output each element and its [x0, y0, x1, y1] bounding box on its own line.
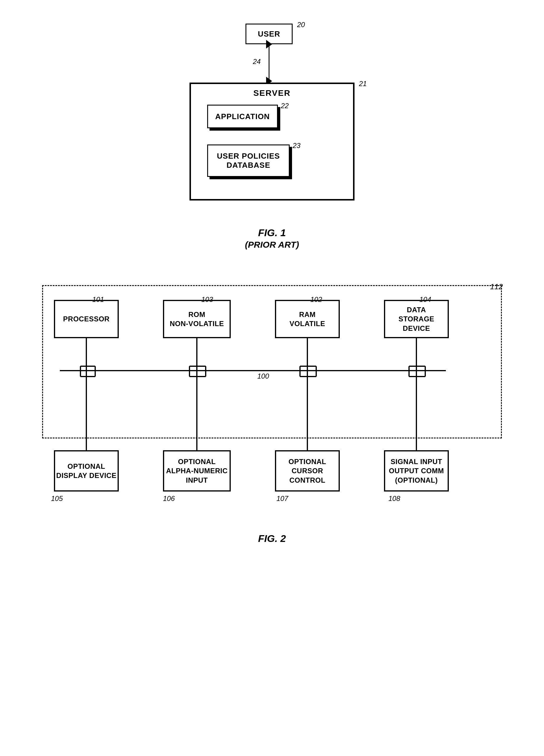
ref-21: 21 — [359, 80, 367, 88]
data-storage-box: DATA STORAGE DEVICE — [384, 300, 449, 338]
ref-102: 102 — [310, 295, 322, 304]
processor-label: PROCESSOR — [63, 314, 110, 323]
ram-box: RAM VOLATILE — [275, 300, 340, 338]
application-label: APPLICATION — [215, 112, 270, 121]
cursor-box: OPTIONAL CURSOR CONTROL — [275, 450, 340, 492]
rom-label: ROM NON-VOLATILE — [170, 310, 224, 328]
ref-103: 103 — [201, 295, 213, 304]
server-label: SERVER — [190, 86, 354, 98]
ref-22: 22 — [281, 102, 289, 110]
cursor-label: OPTIONAL CURSOR CONTROL — [288, 457, 326, 485]
processor-box: PROCESSOR — [54, 300, 119, 338]
application-box: APPLICATION — [207, 105, 278, 128]
ref-23: 23 — [292, 142, 300, 150]
alpha-label: OPTIONAL ALPHA-NUMERIC INPUT — [166, 457, 228, 485]
ref-24: 24 — [253, 57, 261, 66]
ram-label: RAM VOLATILE — [290, 310, 325, 328]
fig1-diagram: USER 20 — [160, 18, 384, 218]
fig2-caption: FIG. 2 — [258, 533, 286, 545]
fig2-num: FIG. 2 — [258, 533, 286, 544]
user-box: USER — [246, 24, 292, 44]
server-outer-box — [190, 83, 354, 200]
ref-112: 112 — [490, 282, 503, 291]
page: USER 20 — [0, 0, 544, 756]
ref-107: 107 — [276, 494, 288, 503]
fig1-container: USER 20 — [24, 18, 520, 250]
data-storage-label: DATA STORAGE DEVICE — [398, 305, 434, 333]
fig2-container: 112 PROCESSOR 101 ROM NON-VOLATILE 103 R… — [24, 279, 520, 545]
ref-20: 20 — [297, 21, 305, 29]
db-label: USER POLICIES DATABASE — [217, 152, 280, 170]
display-box: OPTIONAL DISPLAY DEVICE — [54, 450, 119, 492]
ref-104: 104 — [419, 295, 431, 304]
fig1-caption: FIG. 1 (PRIOR ART) — [245, 227, 299, 250]
display-label: OPTIONAL DISPLAY DEVICE — [56, 462, 116, 480]
rom-box: ROM NON-VOLATILE — [163, 300, 231, 338]
ref-108: 108 — [388, 494, 400, 503]
ref-100: 100 — [257, 372, 269, 380]
signal-box: SIGNAL INPUT OUTPUT COMM (OPTIONAL) — [384, 450, 449, 492]
fig1-num: FIG. 1 — [245, 227, 299, 239]
ref-105: 105 — [51, 494, 63, 503]
db-box: USER POLICIES DATABASE — [207, 144, 290, 177]
fig1-sub: (PRIOR ART) — [245, 240, 299, 250]
signal-label: SIGNAL INPUT OUTPUT COMM (OPTIONAL) — [389, 457, 444, 485]
fig2-diagram: 112 PROCESSOR 101 ROM NON-VOLATILE 103 R… — [36, 279, 508, 521]
alpha-box: OPTIONAL ALPHA-NUMERIC INPUT — [163, 450, 231, 492]
ref-106: 106 — [163, 494, 175, 503]
user-label: USER — [258, 29, 280, 39]
ref-101: 101 — [92, 295, 104, 304]
